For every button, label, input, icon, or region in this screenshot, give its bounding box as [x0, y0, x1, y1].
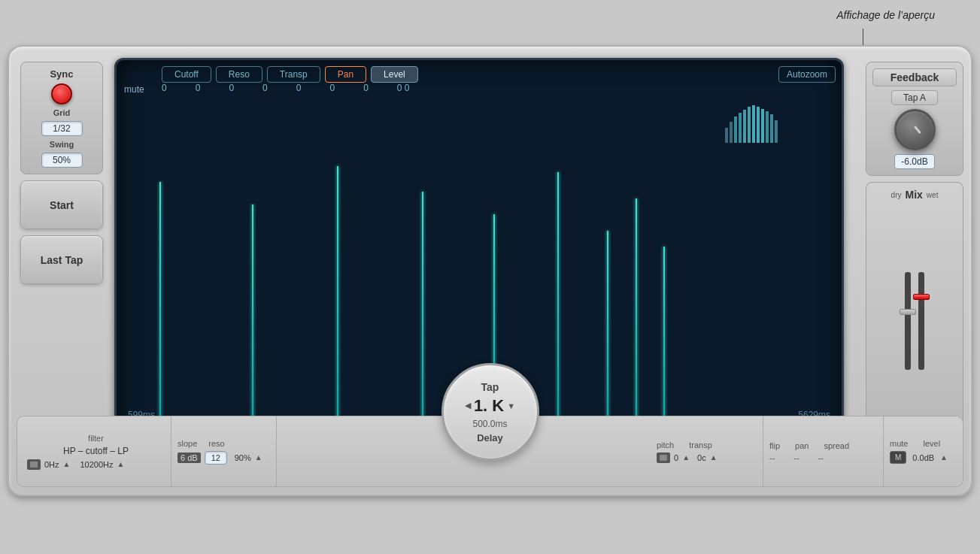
tap-circle-top-label: Tap	[481, 381, 499, 393]
left-panel: Sync Grid 1/32 Swing 50% Start Last Tap	[17, 62, 107, 445]
semitone-arrow[interactable]: ▲	[682, 453, 690, 462]
mute-label-bot: mute	[890, 439, 908, 448]
tap-bar-j[interactable]	[663, 247, 665, 424]
mute-3[interactable]: 0	[262, 83, 268, 98]
mute-5[interactable]: 0	[329, 83, 335, 98]
grid-value[interactable]: 1/32	[41, 121, 83, 136]
dry-slider-track[interactable]	[905, 272, 911, 370]
slope-reso-section: slope reso 6 dB 12 90% ▲	[171, 416, 277, 486]
mute-level-section: mute level M 0.0dB ▲	[884, 416, 959, 486]
swing-value[interactable]: 50%	[41, 153, 83, 168]
tab-level[interactable]: Level	[371, 66, 418, 83]
filter-values-row: 0Hz ▲ 10200Hz ▲	[27, 459, 165, 470]
mix-wet-label: wet	[927, 191, 939, 199]
fps-values: -- -- --	[769, 453, 877, 462]
reso-label: reso	[208, 439, 224, 448]
mute-label: mute	[124, 84, 144, 95]
ml-values: M 0.0dB ▲	[890, 451, 953, 464]
filter-power-btn[interactable]	[27, 459, 41, 470]
reso-arrow[interactable]: ▲	[255, 453, 262, 462]
tap-bar-e[interactable]	[422, 192, 423, 424]
mute-row: 0 0 0 0 0 0 0 0 0	[162, 83, 827, 98]
dry-slider-thumb[interactable]	[900, 309, 916, 315]
cent-value[interactable]: 0c	[697, 453, 706, 462]
tap-bar-d[interactable]	[337, 166, 338, 424]
semitone-value[interactable]: 0	[674, 453, 678, 462]
pan-value: --	[793, 453, 799, 462]
filter-section: filter HP – cutoff – LP 0Hz ▲ 10200Hz ▲	[21, 416, 171, 486]
feedback-knob[interactable]	[894, 109, 936, 150]
pitch-transp-values: 0 ▲ 0c ▲	[657, 453, 757, 463]
fps-labels: flip pan spread	[769, 441, 877, 450]
mix-title: Mix	[906, 189, 923, 201]
mix-sliders	[905, 204, 924, 438]
lp-value[interactable]: 10200Hz	[80, 460, 113, 469]
autozoom-button[interactable]: Autozoom	[778, 66, 836, 83]
sync-button[interactable]	[51, 83, 72, 104]
flip-pan-spread-section: flip pan spread -- -- --	[763, 416, 884, 486]
filter-type-row: HP – cutoff – LP	[27, 446, 165, 456]
pitch-power-btn[interactable]	[657, 453, 670, 463]
spread-label: spread	[824, 441, 849, 450]
tap-arrow-up[interactable]: ◀	[465, 401, 471, 410]
start-button[interactable]: Start	[20, 180, 103, 229]
tap-circle-main: ◀ 1. K ▼	[465, 396, 515, 416]
hp-arrow-up[interactable]: ▲	[63, 460, 71, 468]
tab-pan[interactable]: Pan	[325, 66, 366, 83]
tap-bar-i[interactable]	[636, 198, 637, 424]
reso-value[interactable]: 90%	[235, 453, 251, 462]
mute-7[interactable]: 0 0	[397, 83, 410, 98]
filter-type: HP – cutoff – LP	[63, 446, 129, 456]
swing-label: Swing	[50, 140, 74, 149]
wet-slider-track[interactable]	[918, 272, 924, 370]
tab-reso[interactable]: Reso	[216, 66, 262, 83]
right-panel: Feedback Tap A -6.0dB dry Mix wet	[866, 62, 963, 445]
main-container: Sync Grid 1/32 Swing 50% Start Last Tap …	[8, 45, 972, 496]
transp-label: transp	[689, 440, 712, 450]
tab-transp[interactable]: Transp	[267, 66, 320, 83]
mute-2[interactable]: 0	[229, 83, 234, 98]
mute-btn[interactable]: M	[890, 451, 906, 464]
wet-slider-thumb[interactable]	[913, 294, 930, 300]
level-label-bot: level	[923, 439, 940, 448]
grid-label: Grid	[53, 108, 71, 117]
slope-reso-values: 6 dB 12 90% ▲	[177, 451, 270, 465]
mute-1[interactable]: 0	[196, 83, 201, 98]
tab-cutoff[interactable]: Cutoff	[162, 66, 211, 83]
tap-circle-bot-label: Delay	[477, 432, 503, 444]
tap-bar-h[interactable]	[607, 231, 608, 424]
tap-circle-time: 500.0ms	[472, 419, 507, 429]
tap-bar-g[interactable]	[557, 172, 559, 424]
pitch-transp-section: pitch transp 0 ▲ 0c ▲	[651, 416, 763, 486]
tab-bar: Cutoff Reso Transp Pan Level	[162, 66, 766, 83]
mix-header: dry Mix wet	[872, 189, 957, 201]
mute-6[interactable]: 0	[363, 83, 369, 98]
lasttap-button[interactable]: Last Tap	[20, 235, 103, 284]
annotation-text: Affichage de l’aperçu	[836, 9, 935, 21]
mute-0[interactable]: 0	[162, 83, 167, 98]
tap-bar-c[interactable]	[252, 204, 253, 424]
slope-alt-value[interactable]: 12	[205, 451, 227, 465]
tap-bar-b[interactable]	[159, 182, 161, 424]
feedback-db: -6.0dB	[894, 154, 934, 169]
feedback-section: Feedback Tap A -6.0dB	[866, 62, 963, 176]
spread-value: --	[818, 453, 824, 462]
pitch-transp-labels: pitch transp	[657, 440, 757, 450]
filter-label: filter	[27, 434, 165, 443]
tap-arrow-down[interactable]: ▼	[507, 401, 515, 410]
hp-value[interactable]: 0Hz	[44, 460, 59, 469]
slope-db-badge: 6 dB	[177, 453, 201, 463]
sync-section: Sync Grid 1/32 Swing 50%	[20, 62, 103, 174]
cent-arrow[interactable]: ▲	[710, 453, 718, 462]
feedback-title: Feedback	[872, 68, 957, 86]
mute-4[interactable]: 0	[296, 83, 302, 98]
level-value[interactable]: 0.0dB	[912, 453, 934, 462]
pan-label: pan	[795, 441, 809, 450]
tap-a-label[interactable]: Tap A	[891, 90, 938, 105]
flip-value: --	[769, 453, 775, 462]
level-arrow[interactable]: ▲	[940, 453, 948, 462]
lp-arrow-up[interactable]: ▲	[117, 460, 125, 468]
tap-circle[interactable]: Tap ◀ 1. K ▼ 500.0ms Delay	[441, 363, 539, 461]
sync-label: Sync	[50, 68, 73, 80]
slope-label: slope	[177, 439, 197, 448]
